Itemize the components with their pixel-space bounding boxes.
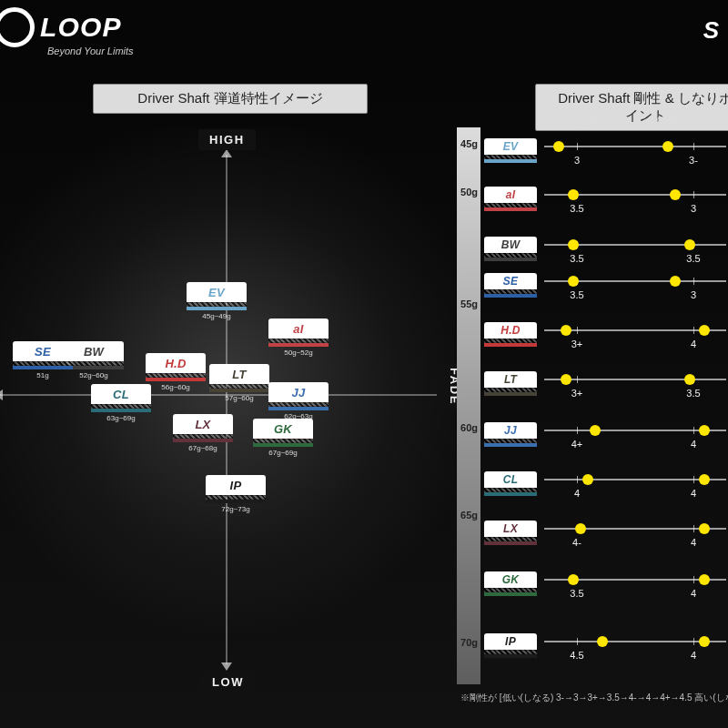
shaft-name: LX (503, 522, 518, 535)
weight-ladder (457, 127, 480, 684)
shaft-name: GK (274, 422, 292, 436)
butt-dot (575, 523, 586, 534)
axis-vertical (226, 155, 228, 664)
stiffness-row-bw: BW 3.53.5 (484, 237, 728, 271)
butt-dot (590, 425, 601, 436)
stiffness-row-h.d: H.D 3+4 (484, 322, 728, 357)
center-value: 4 (682, 588, 704, 599)
butt-value: 4- (566, 537, 588, 548)
weight-tick: 55g (457, 298, 480, 309)
center-dot (699, 523, 710, 534)
butt-dot (568, 189, 579, 200)
stiffness-slider: 3+3.5 (544, 379, 726, 380)
weight-tick: 60g (457, 422, 480, 433)
row-shaft-chip: EV (484, 138, 537, 163)
butt-value: 3.5 (566, 289, 588, 300)
shaft-weight-range: 67g~69g (253, 449, 313, 457)
shaft-color-bar (484, 443, 537, 447)
weight-tick: 45g (457, 138, 480, 149)
stiffness-slider: 3.53.5 (544, 244, 726, 246)
shaft-name: EV (208, 286, 225, 299)
stiffness-slider: 44 (544, 479, 726, 480)
shaft-color-bar (206, 500, 266, 503)
axis-label-low: LOW (201, 672, 255, 693)
center-value: 4 (682, 537, 704, 548)
shaft-chip-lt: LT 57g~60g (209, 364, 269, 402)
shaft-name: LT (232, 368, 246, 381)
row-shaft-chip: GK (484, 571, 537, 596)
shaft-weight-range: 63g~69g (91, 414, 151, 422)
butt-dot (568, 276, 579, 287)
arrow-up-icon (221, 149, 232, 157)
butt-value: 4+ (566, 439, 588, 450)
butt-value: 3 (566, 155, 588, 166)
shaft-chip-cl: CL 63g~69g (91, 384, 151, 422)
axis-label-high: HIGH (198, 129, 256, 150)
stiffness-row-lx: LX 4-4 (484, 521, 728, 555)
row-shaft-chip: JJ (484, 422, 537, 447)
butt-dot (568, 574, 579, 585)
butt-value: 3.5 (566, 203, 588, 214)
shaft-color-bar (484, 258, 537, 261)
shaft-name: aI (506, 188, 516, 201)
stiffness-row-cl: CL 44 (484, 471, 728, 506)
shaft-weight-range: 50g~52g (268, 349, 329, 357)
shaft-color-bar (484, 207, 537, 211)
shaft-name: EV (503, 140, 519, 153)
row-shaft-chip: IP (484, 633, 537, 658)
shaft-name: BW (84, 345, 104, 359)
brand-logo: LOOP Beyond Your Limits (0, 7, 122, 47)
butt-value: 4.5 (566, 650, 588, 661)
shaft-color-bar (484, 392, 537, 396)
weight-tick: 65g (457, 510, 480, 521)
shaft-name: JJ (292, 386, 306, 399)
shaft-color-bar (268, 343, 329, 347)
shaft-name: JJ (504, 424, 517, 437)
row-shaft-chip: BW (484, 237, 537, 261)
shaft-name: aI (293, 322, 303, 336)
stiffness-scale-footnote: ※剛性が [低い(しなる) 3-→3→3+→3.5→4-→4→4+→4.5 高い… (460, 692, 728, 704)
center-dot (699, 325, 710, 336)
stiffness-row-lt: LT 3+3.5 (484, 371, 728, 406)
shaft-name: LX (195, 418, 210, 431)
stiffness-row-se: SE 3.53 (484, 273, 728, 308)
shaft-name: SE (503, 275, 519, 288)
center-value: 4 (682, 339, 704, 349)
stiffness-slider: 3.54 (544, 579, 726, 581)
center-value: 4 (682, 488, 704, 499)
stiffness-slider: 4+4 (544, 430, 726, 431)
butt-value: 3.5 (566, 253, 588, 264)
butt-dot (582, 474, 593, 485)
center-dot (684, 374, 695, 385)
shaft-name: IP (230, 479, 242, 492)
shaft-weight-range: 72g~73g (206, 505, 266, 513)
center-dot (699, 574, 710, 585)
shaft-color-bar (484, 159, 537, 163)
brand-name: LOOP (40, 12, 122, 43)
butt-value: 3.5 (566, 588, 588, 599)
center-dot (699, 425, 710, 436)
shaft-color-bar (253, 443, 313, 447)
shaft-color-bar (91, 409, 151, 412)
stiffness-row-ai: aI 3.53 (484, 187, 728, 221)
left-panel-title: Driver Shaft 弾道特性イメージ (93, 84, 368, 114)
shaft-weight-range: 51g (13, 371, 73, 379)
butt-dot (561, 374, 571, 385)
shaft-name: LT (504, 373, 517, 386)
shaft-chip-gk: GK 67g~69g (253, 419, 313, 457)
shaft-color-bar (484, 294, 537, 298)
shaft-chip-h.d: H.D 56g~60g (146, 353, 206, 391)
center-value: 3.5 (682, 253, 704, 264)
center-dot (670, 276, 681, 287)
row-shaft-chip: LX (484, 521, 537, 545)
stiffness-slider: 3.53 (544, 194, 726, 196)
shaft-color-bar (146, 378, 206, 381)
shaft-name: SE (35, 345, 51, 359)
stiffness-slider: 33- (544, 146, 726, 147)
shaft-weight-range: 45g~49g (187, 312, 247, 320)
center-value: 3- (682, 155, 704, 166)
shaft-chip-jj: JJ 62g~63g (268, 382, 329, 420)
brand-tagline: Beyond Your Limits (47, 46, 134, 56)
shaft-name: CL (113, 388, 129, 401)
weight-tick: 70g (457, 637, 480, 648)
